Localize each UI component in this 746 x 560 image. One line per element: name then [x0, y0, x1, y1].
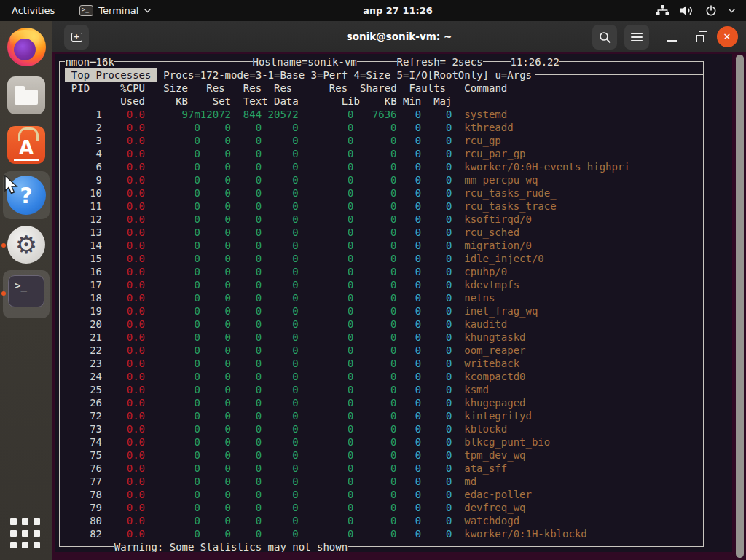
process-cell: 20 — [59, 318, 102, 331]
process-cell: ata_sff — [452, 462, 507, 475]
process-cell: 0.0 — [102, 186, 145, 200]
dock-item-app-grid[interactable] — [0, 518, 52, 551]
process-cell: 0.0 — [102, 213, 145, 226]
process-cell: 0 — [397, 331, 422, 344]
process-cell: 0 — [421, 344, 452, 357]
process-cell: 0 — [397, 357, 422, 370]
process-row: 820.000000000kworker/0:1H-kblockd — [59, 527, 732, 540]
dock-item-firefox[interactable] — [0, 28, 52, 66]
dock-item-terminal[interactable]: >_ — [0, 275, 52, 307]
process-cell: 0 — [397, 304, 422, 318]
process-cell: 0 — [299, 121, 354, 134]
process-cell: 0 — [145, 449, 200, 462]
process-cell: 0 — [200, 488, 231, 501]
nmon-frame-top: nmon─16k Hostname=sonik-vm Refresh= 2sec… — [59, 55, 732, 68]
menu-button[interactable] — [624, 25, 649, 50]
process-cell: 0 — [262, 396, 299, 409]
process-cell: 19 — [59, 304, 102, 318]
nmon-frame-bottom: Warning: Some Statistics may not shown — [59, 540, 732, 552]
terminal-running-dot — [1, 291, 6, 296]
process-row: 30.000000000rcu_gp — [59, 134, 732, 147]
process-cell: 0 — [145, 147, 200, 160]
process-cell: 0 — [200, 422, 231, 435]
new-tab-icon: + — [71, 33, 82, 42]
process-cell: 0 — [200, 501, 231, 514]
process-cell: 0 — [421, 108, 452, 121]
dock-item-settings[interactable]: ⚙ — [0, 226, 52, 264]
process-cell: 0 — [262, 344, 299, 357]
nmon-time: 11:26.22 — [511, 55, 560, 68]
process-cell: 12072 — [200, 108, 231, 121]
scrollbar-thumb[interactable] — [736, 55, 744, 558]
process-cell: 0 — [231, 173, 262, 186]
process-cell: 0 — [200, 475, 231, 488]
process-cell: 0 — [397, 213, 422, 226]
process-cell: 0 — [397, 383, 422, 396]
hamburger-icon — [631, 33, 643, 42]
process-cell: 0 — [200, 239, 231, 252]
process-cell: 0 — [231, 291, 262, 304]
process-cell: 0 — [231, 160, 262, 173]
process-row: 150.000000000idle_inject/0 — [59, 252, 732, 265]
process-cell: 0 — [354, 291, 397, 304]
process-cell: 0 — [262, 514, 299, 527]
search-button[interactable] — [592, 25, 617, 50]
process-cell: 0 — [200, 331, 231, 344]
terminal-window: sonik@sonik-vm: ~ + ✕ — [52, 21, 746, 560]
process-cell: 0 — [354, 383, 397, 396]
minimize-button[interactable] — [659, 25, 684, 50]
process-cell: 79 — [59, 501, 102, 514]
process-cell: 16 — [59, 265, 102, 278]
process-row: 760.000000000ata_sff — [59, 462, 732, 475]
terminal-screen[interactable]: nmon─16k Hostname=sonik-vm Refresh= 2sec… — [52, 52, 746, 560]
process-cell: 0 — [145, 278, 200, 291]
process-cell: 82 — [59, 527, 102, 540]
process-cell: 0.0 — [102, 409, 145, 422]
process-cell: 0 — [299, 501, 354, 514]
process-cell: rcu_tasks_rude_ — [452, 186, 556, 200]
process-cell: 0 — [145, 344, 200, 357]
process-cell: 11 — [59, 200, 102, 213]
gear-glyph: ⚙ — [15, 230, 37, 259]
app-menu-button[interactable]: >_ Terminal — [79, 5, 152, 16]
process-row: 230.000000000writeback — [59, 357, 732, 370]
process-cell: 0 — [299, 514, 354, 527]
close-button[interactable]: ✕ — [715, 24, 739, 49]
process-cell: 0.0 — [102, 252, 145, 265]
dock-item-ubuntu-software[interactable]: A — [0, 126, 52, 164]
scrollbar[interactable] — [732, 52, 746, 560]
process-cell: 0 — [397, 527, 422, 540]
process-cell: 0 — [421, 239, 452, 252]
process-cell: 0 — [354, 265, 397, 278]
activities-button[interactable]: Activities — [0, 0, 66, 21]
process-cell: 0.0 — [102, 200, 145, 213]
process-cell: kintegrityd — [452, 409, 532, 422]
process-cell: 0 — [397, 160, 422, 173]
clock-button[interactable]: апр 27 11:26 — [363, 5, 433, 16]
process-cell: 0 — [200, 304, 231, 318]
process-cell: 0 — [145, 265, 200, 278]
process-cell: 97m — [145, 108, 200, 121]
process-row: 20.000000000kthreadd — [59, 121, 732, 134]
process-cell: 0 — [421, 331, 452, 344]
process-cell: 0 — [397, 291, 422, 304]
process-cell: 0 — [145, 134, 200, 147]
nmon-section-info: Procs=172-mode=3-1=Base 3=Perf 4=Size 5=… — [163, 68, 532, 82]
process-cell: 0 — [354, 396, 397, 409]
process-cell: 0 — [354, 213, 397, 226]
process-cell: 0 — [145, 396, 200, 409]
process-cell: 0 — [200, 449, 231, 462]
system-tray[interactable] — [656, 0, 740, 21]
process-cell: 0 — [200, 514, 231, 527]
new-tab-button[interactable]: + — [64, 25, 89, 50]
process-cell: 0 — [354, 514, 397, 527]
process-cell: 0 — [262, 121, 299, 134]
dock-item-files[interactable] — [0, 76, 52, 114]
process-cell: 25 — [59, 383, 102, 396]
search-icon — [599, 31, 611, 44]
process-cell: 0 — [262, 160, 299, 173]
process-cell: 0 — [299, 147, 354, 160]
process-cell: 0 — [145, 318, 200, 331]
nmon-warning: Warning: Some Statistics may not shown — [114, 540, 348, 552]
maximize-button[interactable] — [688, 25, 713, 50]
